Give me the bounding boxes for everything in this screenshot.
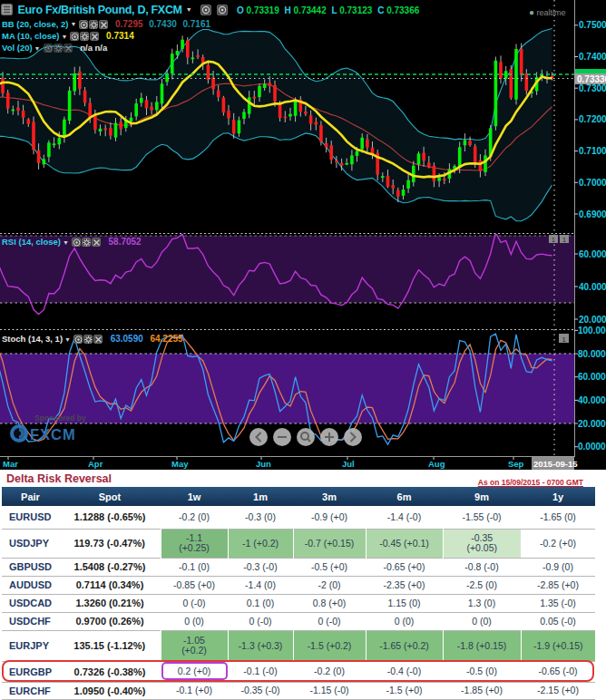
svg-text:0.71000: 0.71000 — [579, 146, 606, 156]
svg-text:60.0000: 60.0000 — [579, 249, 606, 259]
svg-text:20.0000: 20.0000 — [579, 315, 606, 325]
svg-text:60.0000: 60.0000 — [578, 372, 606, 382]
svg-text:Aug: Aug — [428, 459, 445, 469]
svg-text:Sponsored by: Sponsored by — [34, 413, 86, 423]
svg-text:0.70000: 0.70000 — [579, 178, 606, 188]
svg-text:0.72000: 0.72000 — [579, 114, 606, 124]
svg-text:Jun: Jun — [256, 459, 271, 469]
svg-text:1: 1 — [562, 237, 566, 243]
svg-text:0.75000: 0.75000 — [579, 20, 606, 30]
svg-text:2015-09-15: 2015-09-15 — [533, 459, 578, 469]
svg-text:1: 1 — [562, 335, 566, 344]
svg-text:Mar: Mar — [3, 459, 18, 469]
svg-text:80.0000: 80.0000 — [578, 349, 606, 359]
svg-text:0.69000: 0.69000 — [579, 209, 606, 219]
svg-text:Jul: Jul — [342, 459, 355, 469]
svg-text:100.0000: 100.0000 — [578, 326, 606, 335]
svg-text:40.0000: 40.0000 — [579, 282, 606, 292]
svg-text:1: 1 — [552, 237, 555, 243]
svg-text:Apr: Apr — [88, 459, 103, 469]
svg-text:20.0000: 20.0000 — [578, 419, 606, 429]
svg-text:May: May — [171, 459, 189, 469]
svg-text:0.73000: 0.73000 — [579, 83, 606, 93]
svg-text:0.73330: 0.73330 — [577, 74, 606, 84]
svg-text:40.0000: 40.0000 — [578, 395, 606, 405]
svg-text:0.74000: 0.74000 — [579, 52, 606, 62]
svg-text:0.0000: 0.0000 — [578, 442, 606, 452]
svg-text:Sep: Sep — [508, 459, 524, 469]
svg-text:FXCM: FXCM — [30, 426, 76, 442]
